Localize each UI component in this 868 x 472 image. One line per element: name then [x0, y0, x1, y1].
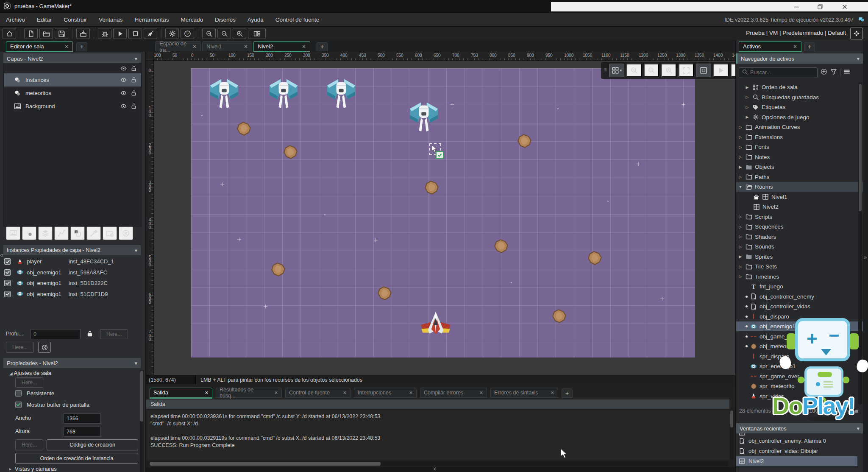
tab-nivel2[interactable]: Nivel2✕: [253, 41, 310, 51]
tree-item-animation-curves[interactable]: ▷Animation Curves: [736, 122, 863, 132]
settings-here-button[interactable]: Here...: [15, 377, 43, 388]
new-output-tab-button[interactable]: +: [562, 388, 573, 398]
tree-item-rooms[interactable]: ▼Rooms: [736, 182, 863, 192]
tree-item-spr-vidas[interactable]: spr_vidas: [736, 391, 863, 401]
here-button[interactable]: Here...: [6, 342, 34, 353]
stop-button[interactable]: [128, 28, 142, 39]
tree-item-spr-enemigo1[interactable]: spr_enemigo1: [736, 361, 863, 371]
persistent-checkbox[interactable]: [15, 390, 22, 397]
instance-creation-order-button[interactable]: Orden de creación de instancia: [15, 453, 138, 464]
tab-espaciodetra[interactable]: Espacio de tra...✕: [155, 41, 201, 51]
tree-expand-arrow[interactable]: ▷: [745, 105, 750, 109]
expand-down-icon[interactable]: »: [432, 467, 438, 470]
room-object-player[interactable]: [417, 311, 454, 337]
close-tab-icon[interactable]: ✕: [343, 390, 347, 396]
tree-item-spr-game-over[interactable]: spr_game_over: [736, 371, 863, 381]
home-button[interactable]: [3, 28, 16, 39]
menu-item-construir[interactable]: Construir: [58, 13, 93, 27]
target-config[interactable]: Prueba | VM | Predeterminado | Default: [746, 26, 846, 40]
room-object-meteor[interactable]: [377, 286, 392, 301]
region-overlay-button[interactable]: [696, 64, 711, 77]
zoom-reset-overlay-button[interactable]: [644, 64, 659, 77]
close-tab-icon[interactable]: ✕: [479, 390, 483, 396]
tree-item-fonts[interactable]: ▷Fonts: [736, 142, 863, 152]
instances-layer-button[interactable]: [22, 226, 36, 240]
add-asset-icon[interactable]: [821, 68, 827, 77]
room-settings-section[interactable]: ◢ Ajustes de sala: [9, 370, 51, 376]
fit-view-overlay-button[interactable]: [679, 64, 694, 77]
tree-item-spr-meteorito[interactable]: spr_meteorito: [736, 381, 863, 391]
properties-scrollbar[interactable]: [140, 370, 144, 472]
tree-expand-arrow[interactable]: ▷: [738, 265, 743, 269]
tree-zoom-slider[interactable]: [829, 410, 858, 413]
tree-item-shaders[interactable]: ▷Shaders: [736, 232, 863, 242]
lock-icon[interactable]: [86, 330, 93, 337]
zoom-out-button[interactable]: [202, 28, 216, 39]
layer-row-background[interactable]: Background: [4, 100, 141, 113]
depth-input[interactable]: [31, 329, 81, 339]
room-object-meteor[interactable]: [494, 239, 509, 254]
export-button[interactable]: [76, 28, 90, 39]
layer-row-meteoritos[interactable]: meteoritos: [4, 87, 141, 100]
room-height-input[interactable]: [64, 427, 101, 437]
add-folder-button[interactable]: [103, 226, 117, 240]
tab-nivel1[interactable]: Nivel1✕: [202, 41, 252, 51]
tree-expand-arrow[interactable]: ▶: [745, 85, 750, 89]
tree-expand-arrow[interactable]: ▷: [738, 274, 743, 279]
output-tab-controldefuente[interactable]: Control de fuente✕: [285, 388, 351, 398]
output-tab-salida[interactable]: Salida✕: [150, 388, 212, 398]
tree-item-nivel1[interactable]: Nivel1: [736, 192, 863, 202]
tree-item-notes[interactable]: ▷Notes: [736, 152, 863, 162]
new-panel-tab-button[interactable]: +: [76, 42, 87, 51]
tree-expand-arrow[interactable]: ▷: [738, 155, 743, 159]
zoom-reset-button[interactable]: [217, 28, 231, 39]
tree-expand-arrow[interactable]: ▷: [738, 245, 743, 249]
run-overlay-button[interactable]: [713, 64, 729, 77]
tree-item-obj-enemigo1[interactable]: obj_enemigo1: [736, 321, 863, 331]
tree-item-tile-sets[interactable]: ▷Tile Sets: [736, 262, 863, 271]
menu-item-control-de-fuente[interactable]: Control de fuente: [270, 13, 326, 27]
layer-visibility-header[interactable]: [120, 65, 141, 72]
menu-item-ventanas[interactable]: Ventanas: [93, 13, 128, 27]
tree-item-obj-disparo[interactable]: obj_disparo: [736, 312, 863, 321]
tree-expand-arrow[interactable]: ▶: [745, 115, 750, 119]
instance-checkbox[interactable]: [4, 280, 11, 286]
tree-expand-arrow[interactable]: ▶: [738, 254, 743, 259]
close-tab-icon[interactable]: ✕: [793, 44, 797, 50]
drag-handle-icon[interactable]: ≡≡: [604, 69, 607, 72]
settings-button[interactable]: [165, 28, 179, 39]
depth-here-button[interactable]: Here...: [100, 329, 128, 339]
save-project-button[interactable]: [55, 28, 68, 39]
recent-item-1[interactable]: obj_controller_enemy: Alarma 0: [736, 436, 857, 446]
close-tab-icon[interactable]: ✕: [192, 44, 197, 50]
asset-navigator-header[interactable]: Navegador de activos ▾: [736, 53, 863, 64]
grid-overlay-button[interactable]: ▾: [609, 64, 624, 77]
instance-checkbox[interactable]: [4, 269, 11, 276]
room-object-enemy[interactable]: [326, 77, 357, 111]
output-tab-interrupciones[interactable]: Interrupciones✕: [354, 388, 417, 398]
close-tab-icon[interactable]: ✕: [274, 390, 278, 396]
room-object-meteor[interactable]: [283, 145, 298, 160]
screen-buffer-checkbox[interactable]: [15, 402, 22, 408]
tree-expand-arrow[interactable]: ▷: [738, 135, 743, 139]
path-layer-button[interactable]: [54, 226, 69, 240]
recent-windows-header[interactable]: Ventanas recientes ▾: [736, 423, 863, 433]
creation-here-button[interactable]: Here...: [15, 439, 43, 450]
instance-row[interactable]: obj_enemigo1inst_598A8AFC: [4, 267, 142, 278]
tree-item-sprites[interactable]: ▶Sprites: [736, 252, 863, 262]
tree-item-spr-disparo[interactable]: spr_disparo: [736, 352, 863, 361]
open-project-button[interactable]: [39, 28, 53, 39]
menu-item-diseños[interactable]: Diseños: [209, 13, 242, 27]
tile-layer-button[interactable]: [38, 226, 53, 240]
room-object-enemy[interactable]: [268, 77, 299, 111]
output-vscrollbar[interactable]: [730, 410, 734, 460]
close-button[interactable]: [837, 3, 852, 11]
instance-checkbox[interactable]: [4, 258, 11, 265]
zoom-in-button[interactable]: [233, 28, 246, 39]
room-viewport[interactable]: ≡≡ ▾: [153, 60, 735, 375]
room-object-meteor[interactable]: [552, 309, 567, 324]
expand-panel-icon[interactable]: »: [864, 254, 867, 260]
close-tab-icon[interactable]: ✕: [64, 44, 69, 50]
background-layer-button[interactable]: [6, 226, 20, 240]
run-button[interactable]: [113, 28, 127, 39]
